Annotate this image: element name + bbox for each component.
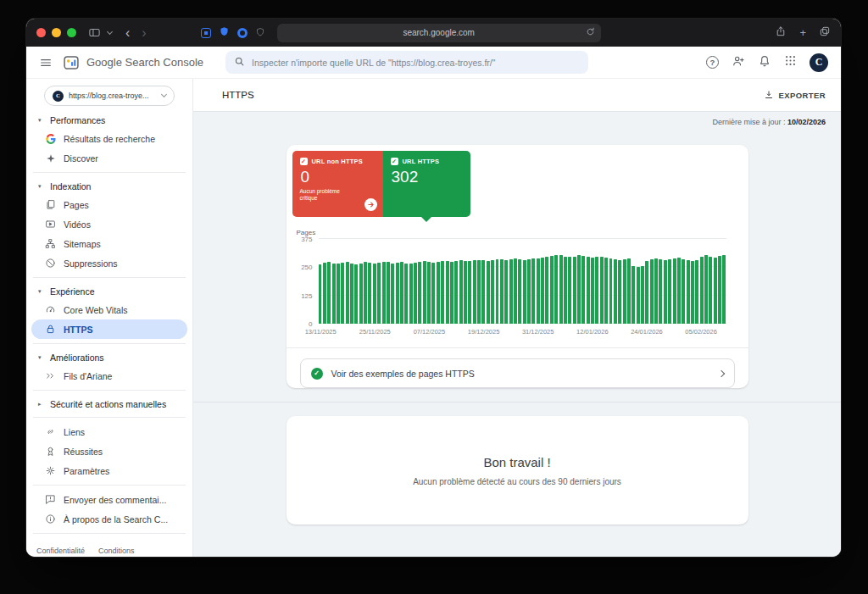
chip-non-https[interactable]: ✓ URL non HTTPS 0 Aucun problème critiqu… bbox=[292, 151, 383, 217]
sidebar-item-resultats-de-recherche[interactable]: Résultats de recherche bbox=[31, 129, 187, 148]
bar bbox=[454, 261, 458, 324]
sidebar-item-a-propos-de-la-search-c[interactable]: À propos de la Search C... bbox=[31, 509, 187, 529]
bar bbox=[459, 260, 463, 324]
sidebar-section-performances[interactable]: ▾Performances bbox=[26, 111, 192, 129]
sidebar-section-securite-et-actions-manuelles[interactable]: ▸Sécurité et actions manuelles bbox=[26, 395, 192, 413]
https-chart: Pages 0125250375 13/11/202525/11/202507/… bbox=[287, 217, 748, 337]
chip-details-icon[interactable] bbox=[364, 198, 377, 211]
trophy-icon bbox=[45, 446, 56, 457]
search-input[interactable] bbox=[252, 58, 580, 68]
help-icon[interactable]: ? bbox=[706, 56, 719, 69]
property-selector[interactable]: C https://blog.crea-troye... bbox=[44, 86, 175, 106]
export-button[interactable]: EXPORTER bbox=[764, 90, 826, 100]
notifications-icon[interactable] bbox=[758, 54, 771, 71]
bar bbox=[637, 267, 640, 324]
sidebar-section-indexation[interactable]: ▾Indexation bbox=[26, 177, 192, 195]
address-bar[interactable]: search.google.com bbox=[277, 24, 601, 42]
bar bbox=[327, 262, 331, 324]
bar bbox=[650, 259, 654, 324]
bar bbox=[587, 257, 590, 324]
sidebar-item-core-web-vitals[interactable]: Core Web Vitals bbox=[31, 300, 187, 319]
sidebar-section-experience[interactable]: ▾Expérience bbox=[26, 282, 192, 300]
account-avatar[interactable]: C bbox=[810, 53, 828, 72]
bar bbox=[627, 258, 631, 324]
bar bbox=[591, 258, 594, 324]
chevron-expanded-icon: ▾ bbox=[38, 288, 45, 295]
bar bbox=[431, 263, 435, 324]
sidebar-item-discover[interactable]: Discover bbox=[31, 148, 187, 168]
bar bbox=[664, 260, 667, 324]
refresh-icon[interactable] bbox=[585, 26, 596, 39]
tab-overview-icon[interactable] bbox=[819, 25, 831, 40]
forward-button[interactable]: › bbox=[142, 25, 146, 41]
bar bbox=[545, 257, 548, 324]
search-console-logo-icon[interactable] bbox=[63, 54, 80, 71]
bar bbox=[441, 261, 444, 324]
sidebar-item-reussites[interactable]: Réussites bbox=[31, 441, 187, 461]
sidebar-item-videos[interactable]: Vidéos bbox=[31, 214, 187, 234]
apps-grid-icon[interactable] bbox=[784, 54, 797, 70]
sidebar-item-envoyer-des-commentai[interactable]: Envoyer des commentai... bbox=[31, 490, 187, 509]
back-button[interactable]: ‹ bbox=[125, 25, 130, 41]
sidebar-item-parametres[interactable]: Paramètres bbox=[31, 461, 187, 480]
close-window-button[interactable] bbox=[36, 28, 46, 37]
app-header: Google Search Console ? C bbox=[26, 47, 841, 79]
bar bbox=[323, 263, 326, 324]
property-name: https://blog.crea-troye... bbox=[69, 92, 157, 100]
sidebar-item-liens[interactable]: Liens bbox=[31, 422, 187, 441]
sparkle-icon bbox=[45, 153, 56, 164]
sidebar-toggle-icon[interactable] bbox=[88, 26, 101, 39]
add-user-icon[interactable] bbox=[732, 54, 745, 71]
sidebar-item-label: Suppressions bbox=[64, 258, 118, 269]
minimize-window-button[interactable] bbox=[52, 28, 61, 37]
sidebar-item-label: Vidéos bbox=[64, 219, 91, 230]
sidebar-divider bbox=[33, 533, 186, 534]
privacy-link[interactable]: Confidentialité bbox=[36, 547, 85, 555]
sidebar-item-pages[interactable]: Pages bbox=[31, 195, 187, 214]
chevron-down-icon[interactable] bbox=[107, 28, 113, 34]
url-inspection-search[interactable] bbox=[225, 51, 588, 74]
sidebar-item-sitemaps[interactable]: Sitemaps bbox=[31, 234, 187, 253]
bar bbox=[659, 259, 662, 324]
bar bbox=[559, 255, 563, 324]
bar bbox=[577, 255, 581, 324]
non-https-count: 0 bbox=[301, 168, 376, 186]
shield-extension-icon[interactable] bbox=[219, 25, 230, 41]
bar bbox=[600, 257, 604, 324]
chevron-down-icon bbox=[161, 92, 167, 97]
section-divider bbox=[193, 402, 841, 402]
bar bbox=[500, 259, 504, 324]
sidebar-section-ameliorations[interactable]: ▾Améliorations bbox=[26, 348, 192, 366]
bar bbox=[491, 260, 494, 324]
bar bbox=[654, 258, 658, 324]
search-icon bbox=[234, 55, 245, 70]
password-extension-icon[interactable] bbox=[201, 28, 211, 38]
bar bbox=[618, 260, 621, 324]
sidebar-item-fils-d-ariane[interactable]: Fils d'Ariane bbox=[31, 366, 187, 386]
checkbox-checked-icon[interactable]: ✓ bbox=[391, 158, 398, 165]
bar bbox=[700, 257, 704, 324]
status-chips: ✓ URL non HTTPS 0 Aucun problème critiqu… bbox=[287, 145, 748, 217]
sidebar-item-label: Envoyer des commentai... bbox=[64, 495, 166, 505]
sidebar-item-suppressions[interactable]: Suppressions bbox=[31, 253, 187, 273]
zoom-window-button[interactable] bbox=[67, 28, 76, 37]
sidebar-divider bbox=[33, 390, 186, 391]
new-tab-button[interactable]: + bbox=[799, 26, 806, 39]
chevron-collapsed-icon: ▸ bbox=[38, 401, 45, 408]
terms-link[interactable]: Conditions bbox=[98, 547, 135, 555]
menu-icon[interactable] bbox=[39, 56, 53, 69]
bar bbox=[346, 262, 349, 324]
privacy-extension-icon[interactable] bbox=[237, 28, 248, 38]
sidebar-item-https[interactable]: HTTPS bbox=[31, 319, 187, 339]
checkbox-checked-icon[interactable]: ✓ bbox=[300, 158, 308, 165]
tracker-shield-extension-icon[interactable] bbox=[255, 25, 265, 41]
view-examples-row[interactable]: ✓ Voir des exemples de pages HTTPS bbox=[300, 358, 735, 388]
good-job-subtitle: Aucun problème détecté au cours des 90 d… bbox=[413, 477, 621, 486]
chart-y-axis-title: Pages bbox=[297, 229, 726, 236]
x-tick-label: 12/01/2026 bbox=[576, 328, 609, 336]
chevron-expanded-icon: ▾ bbox=[38, 183, 45, 190]
bar bbox=[400, 262, 403, 324]
sidebar-item-label: Sitemaps bbox=[64, 239, 101, 249]
share-icon[interactable] bbox=[775, 25, 787, 40]
chip-https[interactable]: ✓ URL HTTPS 302 bbox=[383, 151, 470, 217]
